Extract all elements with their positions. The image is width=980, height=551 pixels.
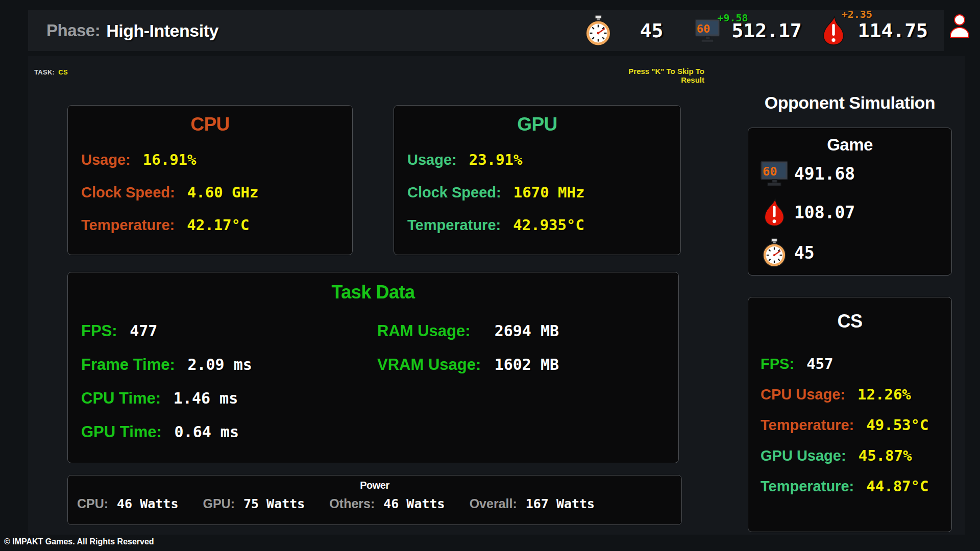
game-fps-icon-cell: 60	[758, 161, 790, 186]
cs-fps-row: FPS: 457	[761, 355, 951, 373]
phase-value: High-Intensity	[106, 21, 218, 41]
ram-usage-row: RAM Usage: 2694 MB	[377, 321, 678, 341]
task-data-right-column: RAM Usage: 2694 MB VRAM Usage: 1602 MB	[377, 321, 678, 456]
cpu-panel-title: CPU	[68, 114, 352, 135]
cpu-usage-row: Usage: 16.91%	[81, 151, 352, 169]
power-panel: Power CPU: 46 Watts GPU: 75 Watts Others…	[67, 475, 682, 525]
timer-value: 45	[640, 19, 664, 42]
game-timer-value: 45	[794, 243, 815, 263]
gpu-temp-value: 42.935°C	[513, 216, 584, 234]
game-heat-value: 108.07	[794, 203, 855, 222]
cs-gpu-temp-value: 44.87°C	[866, 478, 928, 495]
power-gpu-label: GPU:	[203, 496, 235, 511]
ram-usage-value: 2694 MB	[495, 322, 559, 340]
game-fps-row: 60 491.68	[758, 161, 951, 186]
fps-stat: 60 +9.58 512.17	[695, 19, 801, 42]
task-label: TASK:	[34, 68, 55, 76]
cpu-temp-row: Temperature: 42.17°C	[81, 216, 352, 234]
ram-usage-label: RAM Usage:	[377, 321, 490, 341]
fps-monitor-icon: 60	[695, 19, 720, 42]
cpu-clock-label: Clock Speed:	[81, 184, 175, 201]
cpu-time-row: CPU Time: 1.46 ms	[81, 389, 377, 408]
cs-cpu-usage-label: CPU Usage:	[761, 386, 845, 403]
vram-usage-row: VRAM Usage: 1602 MB	[377, 355, 678, 374]
fps-label: FPS:	[81, 322, 117, 340]
power-gpu-value: 75 Watts	[243, 496, 305, 511]
cs-cpu-usage-value: 12.26%	[857, 386, 911, 403]
copyright-text: © IMPAKT Games. All Rights Reserved	[4, 537, 154, 546]
cpu-temp-label: Temperature:	[81, 217, 175, 233]
cpu-panel: CPU Usage: 16.91% Clock Speed: 4.60 GHz …	[67, 105, 353, 255]
game-heat-row: 108.07	[758, 197, 951, 227]
gpu-rows: Usage: 23.91% Clock Speed: 1670 MHz Temp…	[394, 151, 680, 234]
fps-delta: +9.58	[717, 12, 748, 24]
power-title: Power	[68, 480, 681, 491]
header-stats: 45 60 +9.58 512.17 +2.35 114.75	[585, 15, 928, 46]
power-cpu-label: CPU:	[77, 496, 108, 511]
cs-gpu-usage-value: 45.87%	[859, 447, 912, 464]
game-timer-row: 45	[758, 238, 951, 267]
vram-usage-value: 1602 MB	[495, 356, 559, 373]
cs-fps-label: FPS:	[761, 356, 794, 372]
task-indicator: TASK:CS	[34, 68, 68, 76]
timer-stopwatch-icon	[585, 15, 611, 46]
power-gpu-stat: GPU: 75 Watts	[203, 496, 305, 511]
power-others-value: 46 Watts	[383, 496, 445, 511]
cs-cpu-temp-value: 49.53°C	[866, 416, 928, 434]
opponent-cs-panel: CS FPS: 457 CPU Usage: 12.26% Temperatur…	[748, 297, 952, 532]
gpu-clock-label: Clock Speed:	[407, 184, 501, 201]
gpu-time-row: GPU Time: 0.64 ms	[81, 422, 377, 442]
game-fps-value: 491.68	[794, 164, 855, 184]
cs-gpu-temp-row: Temperature: 44.87°C	[761, 477, 951, 495]
profile-button[interactable]	[948, 13, 972, 39]
gpu-panel-title: GPU	[394, 114, 680, 135]
heat-flame-icon	[763, 197, 786, 227]
task-data-columns: FPS: 477 Frame Time: 2.09 ms CPU Time: 1…	[68, 321, 678, 456]
power-overall-label: Overall:	[470, 496, 517, 511]
gpu-time-label: GPU Time:	[81, 423, 162, 441]
cs-gpu-temp-label: Temperature:	[761, 478, 854, 494]
gpu-clock-value: 1670 MHz	[513, 184, 585, 201]
gpu-usage-value: 23.91%	[469, 151, 523, 168]
gpu-clock-row: Clock Speed: 1670 MHz	[407, 183, 680, 202]
frame-time-label: Frame Time:	[81, 356, 175, 373]
power-stats: CPU: 46 Watts GPU: 75 Watts Others: 46 W…	[68, 496, 681, 511]
game-heat-icon-cell	[758, 197, 790, 227]
cs-cpu-usage-row: CPU Usage: 12.26%	[761, 385, 951, 404]
cs-panel-rows: FPS: 457 CPU Usage: 12.26% Temperature: …	[748, 355, 951, 495]
gpu-temp-label: Temperature:	[407, 217, 501, 233]
heat-value: 114.75	[858, 19, 928, 42]
profile-person-icon	[948, 13, 971, 38]
gpu-panel: GPU Usage: 23.91% Clock Speed: 1670 MHz …	[394, 105, 681, 255]
opponent-simulation-title: Opponent Simulation	[748, 93, 952, 113]
power-cpu-stat: CPU: 46 Watts	[77, 496, 178, 511]
heat-delta: +2.35	[842, 8, 872, 20]
cs-cpu-temp-label: Temperature:	[761, 417, 854, 433]
task-data-left-column: FPS: 477 Frame Time: 2.09 ms CPU Time: 1…	[81, 321, 377, 456]
cpu-clock-value: 4.60 GHz	[187, 184, 259, 201]
heat-stat: +2.35 114.75	[821, 15, 928, 46]
gpu-usage-row: Usage: 23.91%	[407, 151, 680, 169]
cs-gpu-usage-row: GPU Usage: 45.87%	[761, 446, 951, 465]
power-overall-stat: Overall: 167 Watts	[470, 496, 595, 511]
header-bar: Phase: High-Intensity 45 60 +9.58 512.17…	[28, 10, 944, 51]
cs-gpu-usage-label: GPU Usage:	[761, 447, 846, 464]
cs-cpu-temp-row: Temperature: 49.53°C	[761, 416, 951, 434]
power-others-label: Others:	[329, 496, 375, 511]
gpu-usage-label: Usage:	[407, 152, 457, 168]
cpu-clock-row: Clock Speed: 4.60 GHz	[81, 183, 352, 202]
cpu-time-value: 1.46 ms	[174, 389, 238, 407]
phase-label: Phase:	[46, 21, 100, 40]
fps-monitor-icon: 60	[761, 161, 788, 186]
fps-row: FPS: 477	[81, 321, 377, 341]
cs-fps-value: 457	[806, 355, 833, 372]
gpu-temp-row: Temperature: 42.935°C	[407, 216, 680, 234]
power-overall-value: 167 Watts	[526, 496, 595, 511]
opponent-game-panel: Game 60 491.68 108.07 45	[748, 128, 952, 276]
cs-panel-title: CS	[748, 311, 951, 332]
game-timer-icon-cell	[758, 238, 790, 267]
game-panel-rows: 60 491.68 108.07 45	[748, 161, 951, 267]
cpu-usage-label: Usage:	[81, 152, 131, 168]
cpu-time-label: CPU Time:	[81, 389, 161, 407]
monitor-60-label: 60	[697, 22, 710, 35]
